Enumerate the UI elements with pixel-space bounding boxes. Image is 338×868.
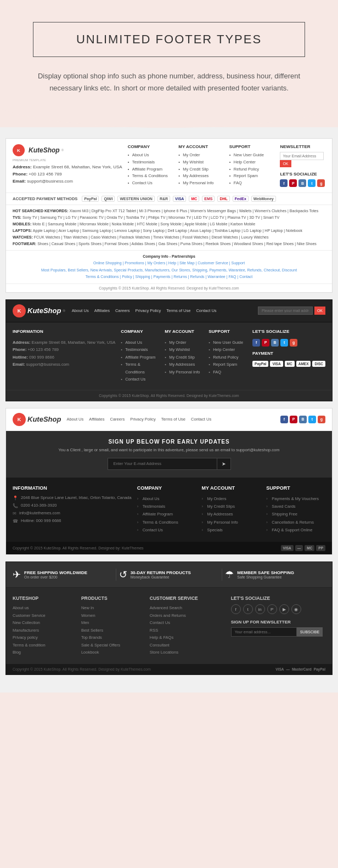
nav-terms[interactable]: Terms of Use: [166, 308, 190, 313]
list-item[interactable]: New User Guide: [209, 339, 247, 347]
youtube-icon[interactable]: ▶: [279, 604, 289, 614]
twitter-icon[interactable]: t: [280, 339, 288, 347]
list-item[interactable]: Terms & Conditions: [137, 519, 196, 526]
list-item[interactable]: Report Spam: [229, 173, 275, 180]
nav-contact[interactable]: Contact Us: [191, 417, 211, 422]
list-item[interactable]: My Orders: [201, 495, 261, 503]
list-item[interactable]: Men: [81, 619, 144, 627]
list-item[interactable]: My Credit Slip: [165, 354, 203, 361]
twitter-icon[interactable]: t: [308, 179, 316, 187]
googleplus-icon[interactable]: g: [318, 416, 325, 423]
list-item[interactable]: Consultant: [150, 642, 226, 649]
list-item[interactable]: Help & FAQs: [150, 634, 226, 642]
list-item[interactable]: Report Spam: [209, 361, 247, 368]
f3-send-btn[interactable]: ➤: [217, 458, 231, 470]
list-item[interactable]: About Us: [121, 339, 159, 347]
f4-subscribe-btn[interactable]: SUBSCIBE: [297, 627, 323, 637]
vk-icon[interactable]: В: [271, 339, 279, 347]
f1-newsletter-btn[interactable]: OK: [280, 160, 291, 167]
instagram-icon[interactable]: ◉: [291, 604, 301, 614]
googleplus-icon[interactable]: g: [290, 339, 297, 347]
list-item[interactable]: Saved Cards: [266, 503, 325, 510]
list-item[interactable]: My Addresses: [201, 510, 261, 518]
f2-search-input[interactable]: [258, 307, 313, 315]
list-item[interactable]: Affiliate Program: [137, 510, 196, 518]
list-item[interactable]: Help Center: [209, 346, 247, 354]
list-item[interactable]: Refund Policy: [209, 354, 247, 361]
list-item[interactable]: Orders and Returns: [150, 612, 226, 620]
f3-email-input[interactable]: [108, 458, 217, 470]
nav-contact[interactable]: Contact Us: [196, 308, 216, 313]
list-item[interactable]: About Us: [137, 495, 196, 503]
list-item[interactable]: My Addresses: [178, 173, 224, 180]
list-item[interactable]: Affiliate Program: [128, 166, 173, 173]
twitter-icon[interactable]: t: [308, 416, 316, 423]
list-item[interactable]: Testimonials: [137, 503, 196, 510]
list-item[interactable]: Terms & Conditions: [128, 173, 173, 180]
nav-careers[interactable]: Careers: [110, 417, 125, 422]
list-item[interactable]: Sale & Special Offers: [81, 642, 144, 649]
list-item[interactable]: Contact Us: [128, 180, 173, 187]
list-item[interactable]: New In: [81, 604, 144, 612]
list-item[interactable]: My Wishlist: [165, 346, 203, 354]
vk-icon[interactable]: В: [298, 179, 306, 187]
list-item[interactable]: My Credit Slips: [201, 503, 261, 510]
pinterest-icon[interactable]: P: [267, 604, 277, 614]
list-item[interactable]: Contact Us: [121, 376, 159, 383]
list-item[interactable]: Testimonials: [121, 346, 159, 354]
pinterest-icon[interactable]: P: [290, 416, 297, 423]
list-item[interactable]: Contact Us: [137, 526, 196, 534]
list-item[interactable]: My Personal Info: [178, 180, 224, 187]
list-item[interactable]: My Order: [178, 152, 224, 159]
list-item[interactable]: My Personal Info: [165, 368, 203, 376]
list-item[interactable]: Shipping Free: [266, 510, 325, 518]
list-item[interactable]: New User Guide: [229, 152, 275, 159]
pinterest-icon[interactable]: P: [262, 339, 269, 347]
list-item[interactable]: Blog: [13, 649, 76, 656]
nav-privacy[interactable]: Privacy Policy: [130, 417, 156, 422]
f1-email-input[interactable]: [280, 152, 324, 160]
list-item[interactable]: Terms & condition: [13, 642, 76, 649]
nav-careers[interactable]: Careers: [115, 308, 130, 313]
list-item[interactable]: Manufacturers: [13, 627, 76, 634]
list-item[interactable]: Specials: [201, 526, 261, 534]
list-item[interactable]: Terms & Conditions: [121, 361, 159, 376]
list-item[interactable]: Advanced Search: [150, 604, 226, 612]
facebook-icon[interactable]: f: [280, 416, 288, 423]
list-item[interactable]: Refund Policy: [229, 166, 275, 173]
list-item[interactable]: FAQ & Support Online: [266, 526, 325, 534]
vk-icon[interactable]: В: [299, 416, 307, 423]
list-item[interactable]: My Addresses: [165, 361, 203, 368]
list-item[interactable]: RSS: [150, 627, 226, 634]
nav-about[interactable]: About Us: [66, 417, 83, 422]
list-item[interactable]: Top Brands: [81, 634, 144, 642]
list-item[interactable]: About Us: [128, 152, 173, 159]
list-item[interactable]: Lookbook: [81, 649, 144, 656]
list-item[interactable]: Contact Us: [150, 619, 226, 627]
facebook-icon[interactable]: f: [252, 339, 260, 347]
list-item[interactable]: My Wishlist: [178, 159, 224, 166]
list-item[interactable]: Store Locations: [150, 649, 226, 656]
facebook-icon[interactable]: f: [231, 604, 241, 614]
list-item[interactable]: Women: [81, 612, 144, 620]
list-item[interactable]: Cancellation & Returns: [266, 519, 325, 526]
twitter-icon[interactable]: t: [243, 604, 253, 614]
linkedin-icon[interactable]: in: [255, 604, 265, 614]
list-item[interactable]: FAQ: [229, 180, 275, 187]
f2-search-btn[interactable]: OK: [314, 307, 325, 315]
list-item[interactable]: My Personal Info: [201, 519, 261, 526]
nav-affiliates[interactable]: Affiliates: [94, 308, 110, 313]
list-item[interactable]: New Collection: [13, 619, 76, 627]
nav-terms[interactable]: Terms of Use: [161, 417, 185, 422]
list-item[interactable]: Privacy policy: [13, 634, 76, 642]
list-item[interactable]: Best Sellers: [81, 627, 144, 634]
list-item[interactable]: Affiliate Program: [121, 354, 159, 361]
list-item[interactable]: About us: [13, 604, 76, 612]
nav-privacy[interactable]: Privacy Policy: [136, 308, 161, 313]
googleplus-icon[interactable]: g: [317, 179, 325, 187]
nav-about[interactable]: About Us: [72, 308, 89, 313]
list-item[interactable]: Help Center: [229, 159, 275, 166]
list-item[interactable]: FAQ: [209, 368, 247, 376]
facebook-icon[interactable]: f: [280, 179, 288, 187]
nav-affiliates[interactable]: Affiliates: [89, 417, 104, 422]
